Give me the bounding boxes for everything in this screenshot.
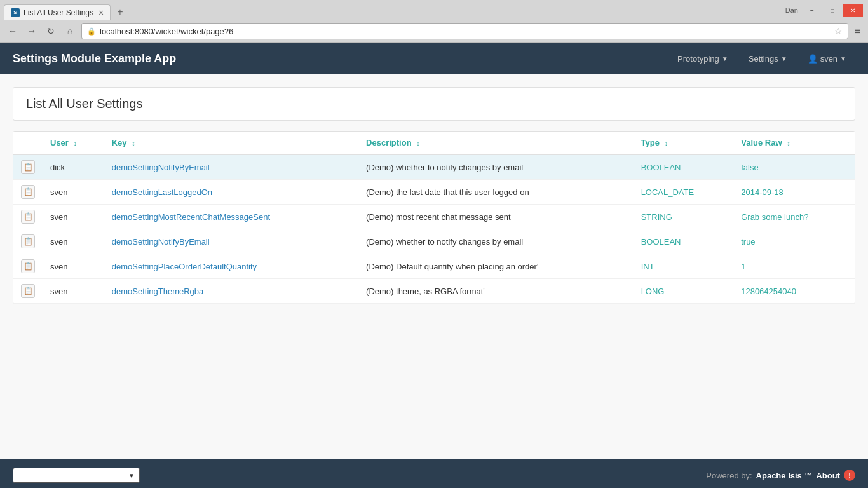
- row-4-type: INT: [634, 254, 734, 279]
- row-1-key-link[interactable]: demoSettingLastLoggedOn: [112, 187, 212, 197]
- row-3-type: BOOLEAN: [634, 229, 734, 254]
- row-4-key[interactable]: demoSettingPlaceOrderDefaultQuantity: [104, 254, 358, 279]
- browser-user-label: Dan: [782, 5, 802, 15]
- table-row: 📋dickdemoSettingNotifyByEmail(Demo) whet…: [13, 154, 855, 180]
- col-value-raw-label: Value Raw: [741, 138, 782, 147]
- col-type[interactable]: Type ↕: [634, 132, 734, 154]
- row-2-action-button[interactable]: 📋: [21, 210, 35, 224]
- reload-button[interactable]: ↻: [43, 24, 58, 39]
- nav-settings-label: Settings: [749, 54, 778, 64]
- row-4-action-cell: 📋: [13, 254, 43, 279]
- row-0-key[interactable]: demoSettingNotifyByEmail: [104, 154, 358, 180]
- row-1-value-raw: 2014-09-18: [733, 180, 855, 205]
- forward-button[interactable]: →: [24, 24, 39, 39]
- page-header: List All User Settings: [13, 87, 855, 121]
- col-key[interactable]: Key ↕: [104, 132, 358, 154]
- browser-tab[interactable]: S List All User Settings ×: [4, 4, 111, 20]
- row-1-key[interactable]: demoSettingLastLoggedOn: [104, 180, 358, 205]
- row-0-action-button[interactable]: 📋: [21, 160, 35, 174]
- nav-settings-caret: ▼: [781, 55, 787, 62]
- row-2-key-link[interactable]: demoSettingMostRecentChatMessageSent: [112, 212, 270, 222]
- table-body: 📋dickdemoSettingNotifyByEmail(Demo) whet…: [13, 154, 855, 304]
- powered-by-label: Powered by:: [706, 471, 752, 480]
- row-2-key[interactable]: demoSettingMostRecentChatMessageSent: [104, 205, 358, 229]
- col-description[interactable]: Description ↕: [358, 132, 634, 154]
- row-5-user: sven: [43, 279, 104, 304]
- app-navbar: Settings Module Example App Prototyping …: [0, 43, 868, 74]
- warning-icon: !: [844, 470, 855, 481]
- tab-favicon: S: [11, 8, 20, 17]
- back-button[interactable]: ←: [5, 24, 20, 39]
- table-row: 📋svendemoSettingMostRecentChatMessageSen…: [13, 205, 855, 229]
- row-5-description: (Demo) theme, as RGBA format': [358, 279, 634, 304]
- table-row: 📋svendemoSettingPlaceOrderDefaultQuantit…: [13, 254, 855, 279]
- sort-type-icon: ↕: [665, 139, 668, 147]
- table-header: User ↕ Key ↕ Description ↕ Type ↕: [13, 132, 855, 154]
- page-title: List All User Settings: [26, 97, 842, 111]
- nav-user[interactable]: 👤 sven ▼: [799, 49, 855, 69]
- nav-user-label: sven: [820, 54, 837, 64]
- row-1-action-button[interactable]: 📋: [21, 185, 35, 199]
- maximize-button[interactable]: □: [822, 4, 843, 17]
- row-5-key-link[interactable]: demoSettingThemeRgba: [112, 287, 204, 296]
- row-3-key[interactable]: demoSettingNotifyByEmail: [104, 229, 358, 254]
- row-4-action-button[interactable]: 📋: [21, 259, 35, 273]
- table-row: 📋svendemoSettingNotifyByEmail(Demo) whet…: [13, 229, 855, 254]
- tab-close-button[interactable]: ×: [98, 8, 104, 18]
- close-window-button[interactable]: ✕: [843, 4, 863, 17]
- row-5-action-button[interactable]: 📋: [21, 284, 35, 298]
- col-user[interactable]: User ↕: [43, 132, 104, 154]
- col-action: [13, 132, 43, 154]
- footer-select[interactable]: [13, 468, 140, 483]
- row-0-value-raw: false: [733, 154, 855, 180]
- address-bar[interactable]: 🔒 localhost:8080/wicket/wicket/page?6 ☆: [81, 23, 848, 39]
- browser-chrome: S List All User Settings × + Dan − □ ✕ ←…: [0, 0, 868, 43]
- row-0-key-link[interactable]: demoSettingNotifyByEmail: [112, 163, 210, 172]
- apache-isis-label[interactable]: Apache Isis ™: [756, 471, 813, 480]
- row-5-type: LONG: [634, 279, 734, 304]
- row-2-description: (Demo) most recent chat message sent: [358, 205, 634, 229]
- row-3-user: sven: [43, 229, 104, 254]
- row-4-description: (Demo) Default quantity when placing an …: [358, 254, 634, 279]
- row-5-key[interactable]: demoSettingThemeRgba: [104, 279, 358, 304]
- row-1-description: (Demo) the last date that this user logg…: [358, 180, 634, 205]
- sort-description-icon: ↕: [416, 139, 420, 147]
- minimize-button[interactable]: −: [802, 4, 822, 17]
- col-key-label: Key: [112, 138, 127, 147]
- row-0-type: BOOLEAN: [634, 154, 734, 180]
- row-2-action-cell: 📋: [13, 205, 43, 229]
- nav-menu: Prototyping ▼ Settings ▼ 👤 sven ▼: [668, 49, 855, 69]
- address-bar-lock-icon: 🔒: [87, 27, 96, 36]
- row-1-action-cell: 📋: [13, 180, 43, 205]
- nav-prototyping-label: Prototyping: [677, 54, 719, 64]
- about-label[interactable]: About: [816, 471, 840, 480]
- nav-user-caret: ▼: [840, 55, 846, 62]
- row-0-description: (Demo) whether to notify changes by emai…: [358, 154, 634, 180]
- row-4-key-link[interactable]: demoSettingPlaceOrderDefaultQuantity: [112, 262, 257, 271]
- row-2-type: STRING: [634, 205, 734, 229]
- home-button[interactable]: ⌂: [62, 24, 78, 39]
- nav-prototyping[interactable]: Prototyping ▼: [668, 49, 737, 69]
- col-value-raw[interactable]: Value Raw ↕: [733, 132, 855, 154]
- footer: ▼ Powered by: Apache Isis ™ About !: [0, 459, 868, 488]
- row-3-key-link[interactable]: demoSettingNotifyByEmail: [112, 237, 210, 247]
- table-row: 📋svendemoSettingLastLoggedOn(Demo) the l…: [13, 180, 855, 205]
- bookmark-icon[interactable]: ☆: [834, 26, 843, 36]
- row-4-value-raw: 1: [733, 254, 855, 279]
- row-2-user: sven: [43, 205, 104, 229]
- sort-value-raw-icon: ↕: [787, 139, 790, 147]
- sort-key-icon: ↕: [132, 139, 135, 147]
- settings-table: User ↕ Key ↕ Description ↕ Type ↕: [13, 132, 855, 304]
- new-tab-button[interactable]: +: [111, 4, 129, 20]
- footer-select-wrap: ▼: [13, 468, 140, 483]
- col-user-label: User: [50, 138, 69, 147]
- row-0-action-cell: 📋: [13, 154, 43, 180]
- row-5-action-cell: 📋: [13, 279, 43, 304]
- address-bar-row: ← → ↻ ⌂ 🔒 localhost:8080/wicket/wicket/p…: [0, 20, 868, 42]
- row-1-type: LOCAL_DATE: [634, 180, 734, 205]
- row-3-action-button[interactable]: 📋: [21, 234, 35, 248]
- row-1-user: sven: [43, 180, 104, 205]
- browser-menu-icon[interactable]: ≡: [852, 25, 863, 37]
- row-4-user: sven: [43, 254, 104, 279]
- nav-settings[interactable]: Settings ▼: [740, 49, 796, 69]
